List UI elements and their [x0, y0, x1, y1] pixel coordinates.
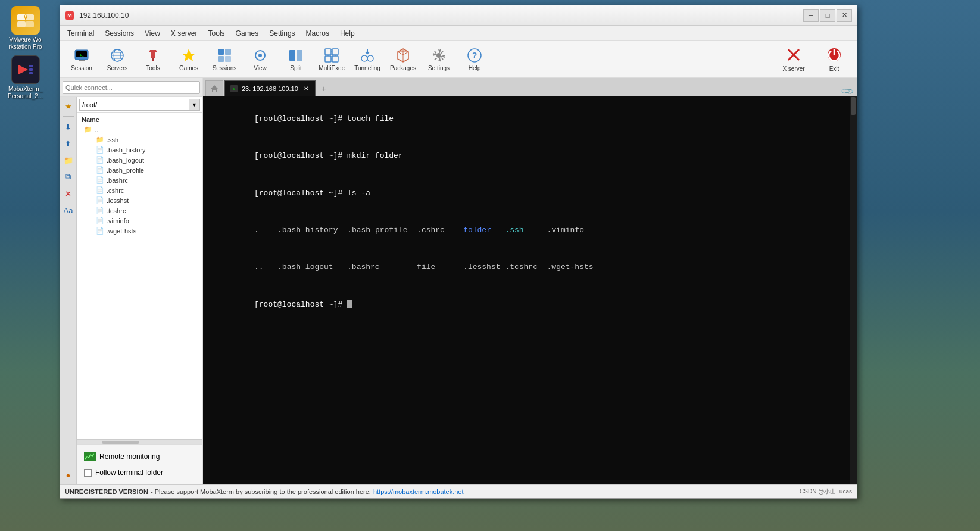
sidebar-bottom: Remote monitoring Follow terminal folder	[77, 444, 202, 484]
toolbar-session[interactable]: $_ Session	[65, 45, 98, 74]
tree-item-bashrc[interactable]: 📄 .bashrc	[77, 175, 202, 185]
menu-terminal[interactable]: Terminal	[63, 27, 99, 39]
path-dropdown[interactable]: ▼	[189, 99, 200, 111]
path-input[interactable]	[79, 99, 189, 111]
toolbar-games[interactable]: Games	[172, 45, 205, 74]
terminal[interactable]: [root@localhost ~]# touch file [root@loc…	[203, 96, 857, 484]
add-tab-button[interactable]: +	[317, 82, 331, 96]
tab-close-button[interactable]: ✕	[302, 85, 310, 93]
vmware-icon-img: V	[11, 6, 40, 35]
terminal-scrollbar-thumb[interactable]	[851, 97, 856, 115]
svg-rect-31	[325, 49, 331, 55]
tree-item-parent[interactable]: 📁 ..	[77, 124, 202, 135]
toolbar-settings-label: Settings	[428, 65, 450, 71]
remote-monitoring-btn[interactable]: Remote monitoring	[82, 449, 198, 464]
follow-terminal-checkbox[interactable]	[84, 469, 92, 477]
ls-output-wget-hsts: .wget-hsts	[547, 263, 594, 271]
toolbar-session-label: Session	[71, 65, 92, 71]
terminal-line-6: [root@localhost ~]#	[208, 286, 852, 323]
copy-icon[interactable]: ⧉	[62, 170, 75, 183]
quick-connect-input[interactable]	[63, 81, 200, 94]
toolbar-sessions[interactable]: Sessions	[208, 45, 241, 74]
toolbar-xserver[interactable]: X server	[776, 45, 812, 74]
download-icon[interactable]: ⬇	[62, 120, 75, 133]
tree-item-label: .lesshst	[107, 197, 129, 204]
maximize-button[interactable]: □	[820, 9, 835, 22]
toolbar-settings[interactable]: Settings	[422, 45, 455, 74]
menu-tools[interactable]: Tools	[204, 27, 230, 39]
menu-bar: Terminal Sessions View X server Tools Ga…	[60, 26, 857, 41]
svg-rect-9	[29, 72, 33, 74]
svg-rect-34	[332, 56, 338, 62]
file-icon: 📄	[96, 217, 104, 224]
file-icon: 📄	[96, 146, 104, 154]
menu-macros[interactable]: Macros	[301, 27, 334, 39]
toolbar-tunneling[interactable]: Tunneling	[351, 45, 384, 74]
toolbar-tools-label: Tools	[146, 65, 160, 71]
menu-sessions[interactable]: Sessions	[100, 27, 139, 39]
window-controls: ─ □ ✕	[803, 9, 852, 22]
tools-icon	[145, 47, 161, 64]
close-button[interactable]: ✕	[837, 9, 852, 22]
toolbar-multiexec[interactable]: MultiExec	[315, 45, 348, 74]
scroll-thumb[interactable]	[102, 441, 139, 444]
scroll-track	[77, 439, 202, 444]
svg-rect-7	[29, 65, 33, 67]
toolbar-split[interactable]: Split	[279, 45, 313, 74]
svg-marker-22	[182, 49, 195, 61]
upload-icon[interactable]: ⬆	[62, 137, 75, 150]
folder-icon: 📁	[84, 126, 92, 133]
vmware-label: VMware Wo rkstation Pro	[3, 36, 48, 51]
tree-item-viminfo[interactable]: 📄 .viminfo	[77, 215, 202, 226]
new-folder-icon[interactable]: 📁	[62, 154, 75, 167]
toolbar-view[interactable]: View	[244, 45, 277, 74]
vmware-icon[interactable]: V VMware Wo rkstation Pro	[3, 6, 48, 51]
svg-rect-23	[218, 49, 224, 55]
file-icon: 📄	[96, 227, 104, 235]
menu-games[interactable]: Games	[231, 27, 264, 39]
menu-settings[interactable]: Settings	[264, 27, 299, 39]
svg-rect-24	[225, 49, 231, 55]
tree-item-ssh[interactable]: 📁 .ssh	[77, 135, 202, 145]
title-bar: M 192.168.100.10 ─ □ ✕	[60, 5, 857, 26]
tree-item-tcshrc[interactable]: 📄 .tcshrc	[77, 205, 202, 215]
tree-item-bash-profile[interactable]: 📄 .bash_profile	[77, 165, 202, 175]
tree-item-lesshst[interactable]: 📄 .lesshst	[77, 195, 202, 205]
menu-view[interactable]: View	[140, 27, 165, 39]
toolbar-tools[interactable]: Tools	[136, 45, 170, 74]
menu-xserver[interactable]: X server	[166, 27, 202, 39]
ls-output-cshrc: .cshrc	[417, 226, 463, 235]
toolbar-packages[interactable]: Packages	[386, 45, 420, 74]
info-icon[interactable]: ●	[62, 468, 75, 482]
tree-item-label: .wget-hsts	[107, 227, 136, 235]
minimize-button[interactable]: ─	[803, 9, 819, 22]
svg-rect-15	[79, 60, 85, 61]
split-icon	[288, 47, 304, 64]
tree-item-wget-hsts[interactable]: 📄 .wget-hsts	[77, 226, 202, 236]
terminal-scrollbar[interactable]	[850, 96, 857, 484]
file-icon: 📄	[96, 176, 104, 184]
command-2: mkdir folder	[347, 151, 403, 160]
menu-help[interactable]: Help	[335, 27, 360, 39]
mobaxterm-icon[interactable]: MobaXterm_ Personal_2...	[3, 55, 48, 100]
toolbar-help[interactable]: ? Help	[458, 45, 491, 74]
tree-item-cshrc[interactable]: 📄 .cshrc	[77, 185, 202, 195]
file-icon: 📄	[96, 186, 104, 194]
tab-home-button[interactable]	[205, 80, 223, 96]
rename-icon[interactable]: Aa	[62, 204, 75, 217]
tab-terminal-icon: $	[230, 85, 238, 93]
bookmark-icon[interactable]: ★	[62, 99, 75, 113]
sidebar-path: ▼	[77, 97, 202, 113]
toolbar-exit[interactable]: Exit	[816, 45, 852, 74]
tree-item-bash-logout[interactable]: 📄 .bash_logout	[77, 155, 202, 165]
tree-item-label: .ssh	[107, 136, 118, 143]
toolbar-servers[interactable]: Servers	[101, 45, 134, 74]
status-link[interactable]: https://mobaxterm.mobatek.net	[373, 488, 464, 495]
exit-label: Exit	[829, 65, 839, 72]
delete-icon[interactable]: ✕	[62, 187, 75, 200]
ls-output-bash-history: .bash_history	[277, 226, 347, 235]
session-tab[interactable]: $ 23. 192.168.100.10 ✕	[224, 80, 316, 96]
toolbar-games-label: Games	[179, 65, 198, 71]
svg-rect-26	[225, 56, 231, 62]
tree-item-bash-history[interactable]: 📄 .bash_history	[77, 145, 202, 155]
